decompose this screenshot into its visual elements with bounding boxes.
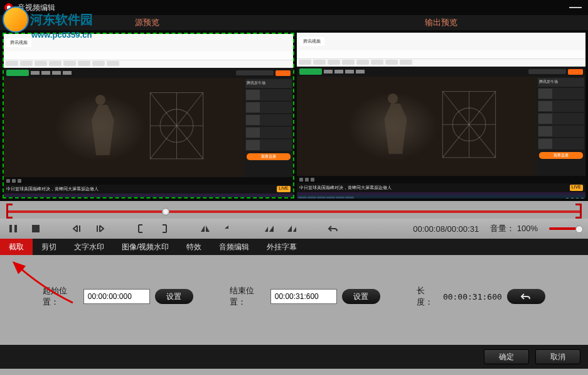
undo-icon[interactable]	[328, 223, 339, 234]
svg-rect-9	[14, 225, 17, 232]
title-bar: 音视频编辑	[0, 0, 588, 15]
prev-frame-icon[interactable]	[72, 223, 83, 234]
timeline-area	[0, 201, 588, 219]
set-start-button[interactable]: 设置	[155, 289, 193, 304]
rotate-left-icon[interactable]	[264, 223, 275, 234]
timeline-playhead[interactable]	[162, 208, 169, 215]
svg-rect-12	[97, 226, 98, 232]
preview-row: 腾讯视频 腾讯发牛场 观看直播 中日篮	[0, 30, 588, 201]
timeline-start-bracket[interactable]	[6, 204, 13, 219]
end-position-input[interactable]	[270, 289, 337, 304]
trim-fields-row: 起始位置： 设置 结束位置： 设置 长度： 00:00:31:600	[43, 285, 545, 308]
tab-crop[interactable]: 剪切	[33, 239, 65, 255]
tab-trim[interactable]: 截取	[0, 239, 33, 255]
tab-image_wm[interactable]: 图像/视频水印	[113, 239, 178, 255]
mark-out-icon[interactable]	[158, 223, 169, 234]
volume-label: 音量： 100%	[490, 223, 538, 234]
preview-header: 源预览 输出预览	[0, 15, 588, 30]
source-preview-label: 源预览	[0, 15, 294, 30]
annotation-arrow-icon	[4, 258, 79, 308]
set-end-button[interactable]: 设置	[342, 289, 380, 304]
playback-time: 00:00:08/00:00:31	[413, 224, 479, 234]
flip-horizontal-icon[interactable]	[200, 223, 211, 234]
end-position-label: 结束位置：	[230, 285, 265, 308]
start-position-input[interactable]	[83, 289, 150, 304]
window-title: 音视频编辑	[18, 3, 569, 13]
minimize-icon[interactable]	[569, 7, 582, 8]
next-frame-icon[interactable]	[94, 223, 105, 234]
tab-subtitle[interactable]: 外挂字幕	[258, 239, 306, 255]
playback-toolbar: 00:00:08/00:00:31 音量： 100%	[0, 219, 588, 239]
app-icon	[4, 3, 14, 13]
svg-rect-11	[79, 226, 80, 232]
source-preview-pane[interactable]: 腾讯视频 腾讯发牛场 观看直播 中日篮	[3, 33, 294, 198]
pause-icon[interactable]	[8, 223, 19, 234]
reset-length-button[interactable]	[507, 289, 545, 304]
length-value: 00:00:31:600	[443, 292, 502, 302]
tab-audio[interactable]: 音频编辑	[210, 239, 258, 255]
flip-vertical-icon[interactable]	[222, 223, 233, 234]
timeline-end-bracket[interactable]	[575, 204, 582, 219]
ok-button[interactable]: 确定	[484, 349, 529, 364]
cancel-button[interactable]: 取消	[535, 349, 580, 364]
tab-effects[interactable]: 特效	[178, 239, 210, 255]
source-preview-content: 腾讯视频 腾讯发牛场 观看直播 中日篮	[4, 34, 293, 197]
tab-text_wm[interactable]: 文字水印	[65, 239, 113, 255]
timeline-slider[interactable]	[6, 206, 582, 217]
mark-in-icon[interactable]	[136, 223, 147, 234]
trim-panel: 起始位置： 设置 结束位置： 设置 长度： 00:00:31:600	[0, 255, 588, 345]
length-label: 长度：	[417, 285, 438, 308]
output-preview-pane[interactable]: 腾讯视频 腾讯发牛场 观看直播 中日篮	[297, 33, 586, 198]
svg-rect-10	[32, 225, 40, 232]
volume-slider[interactable]	[549, 227, 580, 230]
timeline-track	[6, 210, 582, 213]
rotate-right-icon[interactable]	[286, 223, 297, 234]
output-preview-label: 输出预览	[294, 15, 589, 30]
stop-icon[interactable]	[30, 223, 41, 234]
editor-tabs: 截取剪切文字水印图像/视频水印特效音频编辑外挂字幕	[0, 239, 588, 255]
svg-rect-8	[9, 225, 12, 232]
output-preview-content: 腾讯视频 腾讯发牛场 观看直播 中日篮	[297, 33, 586, 198]
dialog-footer: 确定 取消	[0, 345, 588, 369]
